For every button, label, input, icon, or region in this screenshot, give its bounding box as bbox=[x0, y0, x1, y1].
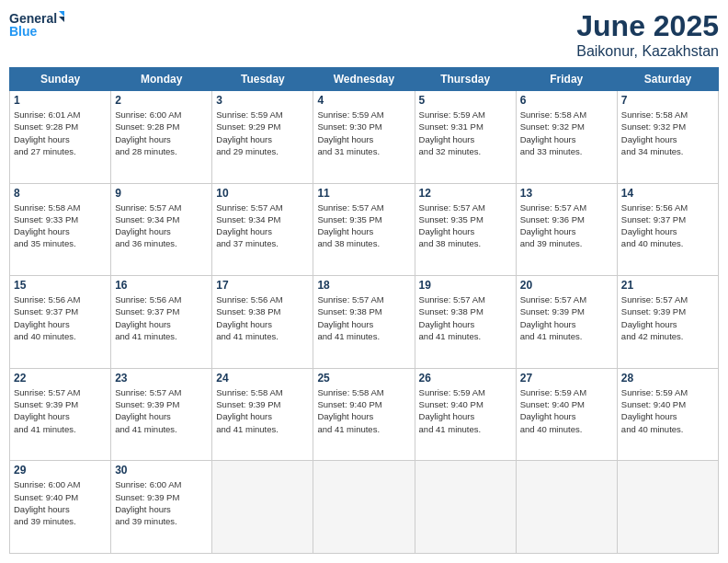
svg-marker-3 bbox=[59, 17, 64, 22]
table-row: 11 Sunrise: 5:57 AMSunset: 9:35 PMDaylig… bbox=[313, 183, 415, 276]
week-row: 8 Sunrise: 5:58 AMSunset: 9:33 PMDayligh… bbox=[10, 183, 719, 276]
day-number: 17 bbox=[216, 279, 309, 292]
calendar-table: Sunday Monday Tuesday Wednesday Thursday… bbox=[9, 67, 719, 554]
col-friday: Friday bbox=[516, 68, 617, 91]
day-number: 7 bbox=[621, 94, 714, 107]
table-row: 18 Sunrise: 5:57 AMSunset: 9:38 PMDaylig… bbox=[313, 276, 415, 369]
day-info: Sunrise: 5:59 AMSunset: 9:40 PMDaylight … bbox=[419, 387, 485, 434]
logo-svg: General Blue bbox=[9, 9, 64, 39]
day-info: Sunrise: 5:58 AMSunset: 9:40 PMDaylight … bbox=[317, 387, 383, 434]
day-number: 6 bbox=[520, 94, 613, 107]
table-row: 22 Sunrise: 5:57 AMSunset: 9:39 PMDaylig… bbox=[10, 368, 111, 461]
day-info: Sunrise: 5:56 AMSunset: 9:38 PMDaylight … bbox=[216, 294, 282, 341]
day-info: Sunrise: 6:00 AMSunset: 9:39 PMDaylight … bbox=[115, 479, 181, 526]
day-info: Sunrise: 5:57 AMSunset: 9:38 PMDaylight … bbox=[317, 294, 383, 341]
table-row: 15 Sunrise: 5:56 AMSunset: 9:37 PMDaylig… bbox=[10, 276, 111, 369]
day-info: Sunrise: 5:56 AMSunset: 9:37 PMDaylight … bbox=[621, 202, 688, 249]
table-row: 27 Sunrise: 5:59 AMSunset: 9:40 PMDaylig… bbox=[516, 368, 617, 461]
day-info: Sunrise: 5:57 AMSunset: 9:34 PMDaylight … bbox=[115, 202, 181, 249]
header-row: Sunday Monday Tuesday Wednesday Thursday… bbox=[10, 68, 719, 91]
day-info: Sunrise: 5:57 AMSunset: 9:39 PMDaylight … bbox=[14, 387, 80, 434]
col-sunday: Sunday bbox=[10, 68, 111, 91]
table-row: 3 Sunrise: 5:59 AMSunset: 9:29 PMDayligh… bbox=[212, 91, 313, 184]
table-row: 6 Sunrise: 5:58 AMSunset: 9:32 PMDayligh… bbox=[516, 91, 617, 184]
day-info: Sunrise: 6:00 AMSunset: 9:28 PMDaylight … bbox=[115, 109, 181, 156]
col-monday: Monday bbox=[111, 68, 212, 91]
day-info: Sunrise: 5:58 AMSunset: 9:39 PMDaylight … bbox=[216, 387, 282, 434]
table-row bbox=[212, 461, 313, 554]
day-number: 4 bbox=[317, 94, 410, 107]
table-row: 7 Sunrise: 5:58 AMSunset: 9:32 PMDayligh… bbox=[617, 91, 718, 184]
day-number: 27 bbox=[520, 372, 613, 385]
day-number: 8 bbox=[14, 187, 107, 200]
table-row: 26 Sunrise: 5:59 AMSunset: 9:40 PMDaylig… bbox=[415, 368, 516, 461]
day-number: 30 bbox=[115, 464, 208, 477]
table-row: 8 Sunrise: 5:58 AMSunset: 9:33 PMDayligh… bbox=[10, 183, 111, 276]
day-info: Sunrise: 5:57 AMSunset: 9:38 PMDaylight … bbox=[419, 294, 485, 341]
day-info: Sunrise: 5:57 AMSunset: 9:35 PMDaylight … bbox=[317, 202, 383, 249]
day-number: 12 bbox=[419, 187, 512, 200]
table-row bbox=[415, 461, 516, 554]
day-number: 24 bbox=[216, 372, 309, 385]
table-row: 5 Sunrise: 5:59 AMSunset: 9:31 PMDayligh… bbox=[415, 91, 516, 184]
day-number: 10 bbox=[216, 187, 309, 200]
week-row: 29 Sunrise: 6:00 AMSunset: 9:40 PMDaylig… bbox=[10, 461, 719, 554]
day-info: Sunrise: 5:58 AMSunset: 9:32 PMDaylight … bbox=[520, 109, 586, 156]
day-info: Sunrise: 5:59 AMSunset: 9:40 PMDaylight … bbox=[520, 387, 586, 434]
day-info: Sunrise: 5:57 AMSunset: 9:35 PMDaylight … bbox=[419, 202, 485, 249]
day-number: 13 bbox=[520, 187, 613, 200]
day-info: Sunrise: 5:57 AMSunset: 9:36 PMDaylight … bbox=[520, 202, 586, 249]
col-thursday: Thursday bbox=[415, 68, 516, 91]
day-number: 16 bbox=[115, 279, 208, 292]
table-row: 13 Sunrise: 5:57 AMSunset: 9:36 PMDaylig… bbox=[516, 183, 617, 276]
top-section: General Blue June 2025 Baikonur, Kazakhs… bbox=[9, 9, 719, 60]
table-row bbox=[617, 461, 718, 554]
day-info: Sunrise: 5:59 AMSunset: 9:30 PMDaylight … bbox=[317, 109, 383, 156]
table-row: 1 Sunrise: 6:01 AMSunset: 9:28 PMDayligh… bbox=[10, 91, 111, 184]
week-row: 15 Sunrise: 5:56 AMSunset: 9:37 PMDaylig… bbox=[10, 276, 719, 369]
table-row: 17 Sunrise: 5:56 AMSunset: 9:38 PMDaylig… bbox=[212, 276, 313, 369]
day-number: 28 bbox=[621, 372, 714, 385]
day-info: Sunrise: 5:57 AMSunset: 9:39 PMDaylight … bbox=[520, 294, 586, 341]
table-row: 29 Sunrise: 6:00 AMSunset: 9:40 PMDaylig… bbox=[10, 461, 111, 554]
table-row: 16 Sunrise: 5:56 AMSunset: 9:37 PMDaylig… bbox=[111, 276, 212, 369]
table-row: 2 Sunrise: 6:00 AMSunset: 9:28 PMDayligh… bbox=[111, 91, 212, 184]
col-saturday: Saturday bbox=[617, 68, 718, 91]
day-number: 26 bbox=[419, 372, 512, 385]
logo: General Blue bbox=[9, 9, 64, 39]
day-number: 5 bbox=[419, 94, 512, 107]
table-row: 30 Sunrise: 6:00 AMSunset: 9:39 PMDaylig… bbox=[111, 461, 212, 554]
day-number: 1 bbox=[14, 94, 107, 107]
day-number: 15 bbox=[14, 279, 107, 292]
svg-text:Blue: Blue bbox=[9, 24, 38, 39]
day-info: Sunrise: 5:58 AMSunset: 9:33 PMDaylight … bbox=[14, 202, 80, 249]
day-number: 9 bbox=[115, 187, 208, 200]
page: General Blue June 2025 Baikonur, Kazakhs… bbox=[0, 0, 728, 563]
table-row: 4 Sunrise: 5:59 AMSunset: 9:30 PMDayligh… bbox=[313, 91, 415, 184]
day-number: 18 bbox=[317, 279, 410, 292]
table-row: 9 Sunrise: 5:57 AMSunset: 9:34 PMDayligh… bbox=[111, 183, 212, 276]
week-row: 1 Sunrise: 6:01 AMSunset: 9:28 PMDayligh… bbox=[10, 91, 719, 184]
week-row: 22 Sunrise: 5:57 AMSunset: 9:39 PMDaylig… bbox=[10, 368, 719, 461]
table-row: 10 Sunrise: 5:57 AMSunset: 9:34 PMDaylig… bbox=[212, 183, 313, 276]
table-row: 20 Sunrise: 5:57 AMSunset: 9:39 PMDaylig… bbox=[516, 276, 617, 369]
table-row: 25 Sunrise: 5:58 AMSunset: 9:40 PMDaylig… bbox=[313, 368, 415, 461]
day-info: Sunrise: 5:58 AMSunset: 9:32 PMDaylight … bbox=[621, 109, 688, 156]
table-row: 14 Sunrise: 5:56 AMSunset: 9:37 PMDaylig… bbox=[617, 183, 718, 276]
day-number: 20 bbox=[520, 279, 613, 292]
table-row bbox=[516, 461, 617, 554]
day-info: Sunrise: 5:57 AMSunset: 9:39 PMDaylight … bbox=[115, 387, 181, 434]
table-row bbox=[313, 461, 415, 554]
col-wednesday: Wednesday bbox=[313, 68, 415, 91]
svg-marker-2 bbox=[59, 11, 64, 17]
day-info: Sunrise: 5:59 AMSunset: 9:31 PMDaylight … bbox=[419, 109, 485, 156]
day-info: Sunrise: 6:00 AMSunset: 9:40 PMDaylight … bbox=[14, 479, 80, 526]
day-number: 14 bbox=[621, 187, 714, 200]
day-number: 11 bbox=[317, 187, 410, 200]
table-row: 19 Sunrise: 5:57 AMSunset: 9:38 PMDaylig… bbox=[415, 276, 516, 369]
table-row: 12 Sunrise: 5:57 AMSunset: 9:35 PMDaylig… bbox=[415, 183, 516, 276]
day-info: Sunrise: 5:56 AMSunset: 9:37 PMDaylight … bbox=[115, 294, 181, 341]
day-number: 2 bbox=[115, 94, 208, 107]
day-number: 21 bbox=[621, 279, 714, 292]
col-tuesday: Tuesday bbox=[212, 68, 313, 91]
